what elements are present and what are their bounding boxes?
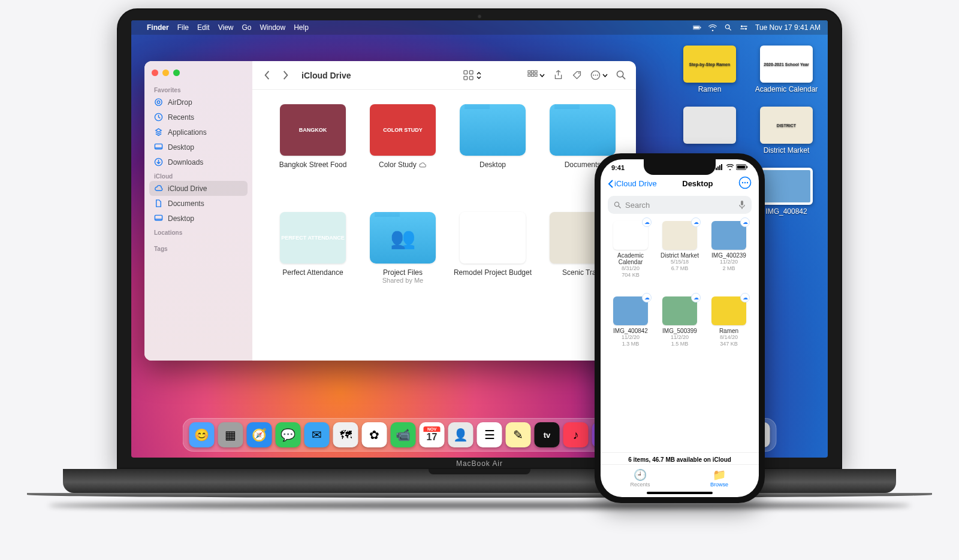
wifi-icon (726, 164, 734, 170)
sidebar-icloud-header: iCloud (149, 169, 248, 181)
sidebar-item-airdrop[interactable]: AirDrop (149, 95, 248, 110)
back-button[interactable] (262, 70, 272, 80)
battery-icon[interactable] (693, 24, 701, 31)
sidebar-item-recents[interactable]: Recents (149, 110, 248, 125)
cellular-icon (716, 164, 724, 170)
sidebar-item-desktop[interactable]: Desktop (149, 140, 248, 155)
menu-go[interactable]: Go (242, 23, 252, 32)
dock-messages[interactable]: 💬 (276, 422, 301, 447)
iphone-file-item[interactable]: ☁IMG_50039911/2/201.5 MB (657, 296, 702, 368)
svg-rect-26 (535, 74, 537, 77)
iphone-file-item[interactable]: ☁Academic Calendar8/31/20704 KB (608, 221, 653, 293)
menubar-app[interactable]: Finder (147, 23, 169, 32)
airdrop-icon (154, 98, 163, 107)
control-center-icon[interactable] (740, 24, 748, 31)
iphone-notch (644, 159, 716, 175)
desktop-item[interactable]: Step-by-Step RamenRamen (677, 46, 743, 93)
dock-tv[interactable]: tv (535, 422, 560, 447)
desktop-icon (154, 214, 163, 223)
dock-finder[interactable]: 😊 (189, 422, 215, 447)
view-switcher[interactable] (463, 70, 482, 80)
svg-rect-17 (464, 71, 468, 74)
close-button[interactable] (152, 69, 158, 76)
iphone-title: Desktop (657, 179, 738, 188)
dock-mail[interactable]: ✉ (304, 422, 330, 447)
file-item[interactable]: Remodel Project Budget (449, 212, 536, 314)
dock-calendar[interactable]: NOV17 (420, 422, 445, 447)
spotlight-icon[interactable] (724, 24, 732, 31)
desktop-item[interactable] (677, 107, 743, 155)
dock-facetime[interactable]: 📹 (391, 422, 416, 447)
iphone-home-indicator[interactable] (647, 492, 713, 494)
dock-notes[interactable]: ✎ (506, 422, 531, 447)
minimize-button[interactable] (162, 69, 169, 76)
svg-rect-20 (469, 76, 473, 80)
menu-window[interactable]: Window (260, 23, 286, 32)
iphone-search-placeholder: Search (625, 201, 735, 210)
zoom-button[interactable] (173, 69, 180, 76)
svg-point-44 (747, 182, 748, 183)
cloud-status-icon: ☁ (740, 217, 750, 227)
dock-maps[interactable]: 🗺 (333, 422, 358, 447)
desktop-item[interactable]: DISTRICTDistrict Market (753, 107, 819, 155)
sidebar-item-desktop[interactable]: Desktop (149, 211, 248, 226)
svg-rect-37 (721, 164, 722, 170)
dock-launchpad[interactable]: ▦ (218, 422, 243, 447)
chevron-down-icon (539, 74, 545, 77)
file-grid: BANGKOKBangkok Street FoodCOLOR STUDYCol… (252, 90, 636, 361)
svg-rect-40 (747, 166, 748, 168)
svg-point-7 (745, 28, 747, 29)
svg-rect-18 (469, 71, 473, 74)
sidebar-item-documents[interactable]: Documents (149, 196, 248, 211)
tag-icon[interactable] (572, 70, 582, 80)
svg-point-3 (725, 25, 729, 29)
file-item[interactable]: COLOR STUDYColor Study (359, 104, 447, 206)
file-item[interactable]: Desktop (449, 104, 536, 206)
forward-button[interactable] (281, 70, 291, 80)
menubar-datetime[interactable]: Tue Nov 17 9:41 AM (755, 23, 821, 32)
svg-point-30 (595, 75, 596, 76)
wifi-icon[interactable] (708, 24, 717, 31)
sidebar-item-downloads[interactable]: Downloads (149, 155, 248, 169)
file-item[interactable]: 👥Project FilesShared by Me (359, 212, 447, 314)
iphone-more-button[interactable] (738, 176, 752, 191)
finder-sidebar: Favorites AirDropRecentsApplicationsDesk… (144, 61, 252, 361)
dock-music[interactable]: ♪ (563, 422, 589, 447)
iphone-back-button[interactable]: iCloud Drive (608, 179, 657, 188)
svg-point-43 (744, 182, 746, 183)
svg-point-10 (157, 101, 160, 104)
menu-file[interactable]: File (177, 23, 189, 32)
sidebar-item-applications[interactable]: Applications (149, 125, 248, 140)
chevron-down-icon (602, 74, 608, 77)
menu-help[interactable]: Help (294, 23, 309, 32)
cloud-icon (154, 184, 163, 193)
iphone-file-item[interactable]: ☁IMG_40084211/2/201.3 MB (608, 296, 653, 368)
desktop-item[interactable]: 2020-2021 School YearAcademic Calendar (753, 46, 819, 93)
file-item[interactable]: BANGKOKBangkok Street Food (269, 104, 357, 206)
iphone-file-item[interactable]: ☁District Market5/15/186.7 MB (657, 221, 702, 293)
doc-icon (154, 199, 163, 208)
menu-view[interactable]: View (218, 23, 234, 32)
svg-rect-24 (528, 74, 530, 77)
dock-contacts[interactable]: 👤 (448, 422, 474, 447)
action-menu[interactable] (590, 70, 608, 80)
file-item[interactable]: PERFECT ATTENDANCEPerfect Attendance (269, 212, 357, 314)
dock-safari[interactable]: 🧭 (247, 422, 272, 447)
iphone-tab-recents[interactable]: 🕘Recents (601, 468, 680, 488)
tab-icon: 📁 (680, 468, 759, 482)
sidebar-tags-header: Tags (149, 242, 248, 253)
iphone-file-item[interactable]: ☁Ramen8/14/20347 KB (706, 296, 752, 368)
sidebar-item-icloud-drive[interactable]: iCloud Drive (149, 181, 248, 196)
group-menu[interactable] (527, 70, 545, 80)
menu-edit[interactable]: Edit (197, 23, 210, 32)
iphone-file-item[interactable]: ☁IMG_40023911/2/202 MB (706, 221, 752, 293)
svg-rect-21 (528, 71, 530, 73)
share-icon[interactable] (553, 70, 563, 80)
iphone-tab-browse[interactable]: 📁Browse (680, 468, 759, 488)
dock-reminders[interactable]: ☰ (477, 422, 502, 447)
svg-rect-36 (719, 165, 720, 170)
iphone-search-field[interactable]: Search (608, 196, 752, 214)
iphone-time: 9:41 (611, 164, 625, 171)
search-icon[interactable] (616, 70, 626, 80)
dock-photos[interactable]: ✿ (362, 422, 387, 447)
